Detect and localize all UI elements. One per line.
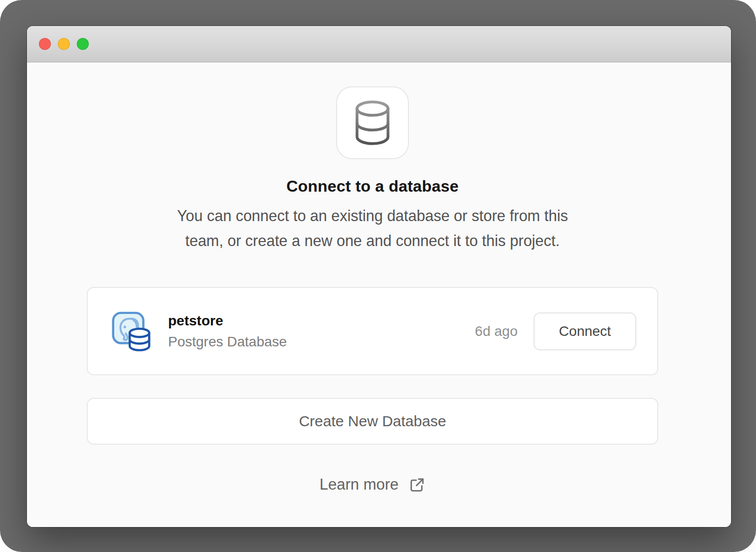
window-titlebar[interactable] xyxy=(27,26,731,62)
database-list-item: petstore Postgres Database 6d ago Connec… xyxy=(87,287,658,375)
database-meta: petstore Postgres Database xyxy=(168,311,475,351)
learn-more-link[interactable]: Learn more xyxy=(320,476,426,494)
connect-button[interactable]: Connect xyxy=(534,312,636,350)
close-button[interactable] xyxy=(39,38,51,50)
dialog-content: Connect to a database You can connect to… xyxy=(27,63,731,527)
create-new-database-button[interactable]: Create New Database xyxy=(87,398,658,445)
traffic-lights xyxy=(39,38,89,50)
external-link-icon xyxy=(408,477,425,494)
app-window: Connect to a database You can connect to… xyxy=(27,26,731,527)
postgres-icon xyxy=(110,310,153,353)
database-icon-container xyxy=(336,86,409,159)
learn-more-label: Learn more xyxy=(320,476,399,494)
database-type: Postgres Database xyxy=(168,332,475,351)
minimize-button[interactable] xyxy=(58,38,70,50)
dialog-title: Connect to a database xyxy=(286,175,459,197)
database-name: petstore xyxy=(168,311,475,330)
desktop-background: Connect to a database You can connect to… xyxy=(0,0,756,552)
database-last-activity: 6d ago xyxy=(475,323,518,339)
database-icon xyxy=(350,98,395,148)
dialog-description: You can connect to an existing database … xyxy=(177,203,568,253)
description-line-1: You can connect to an existing database … xyxy=(177,207,568,224)
description-line-2: team, or create a new one and connect it… xyxy=(185,232,560,249)
zoom-button[interactable] xyxy=(77,38,89,50)
